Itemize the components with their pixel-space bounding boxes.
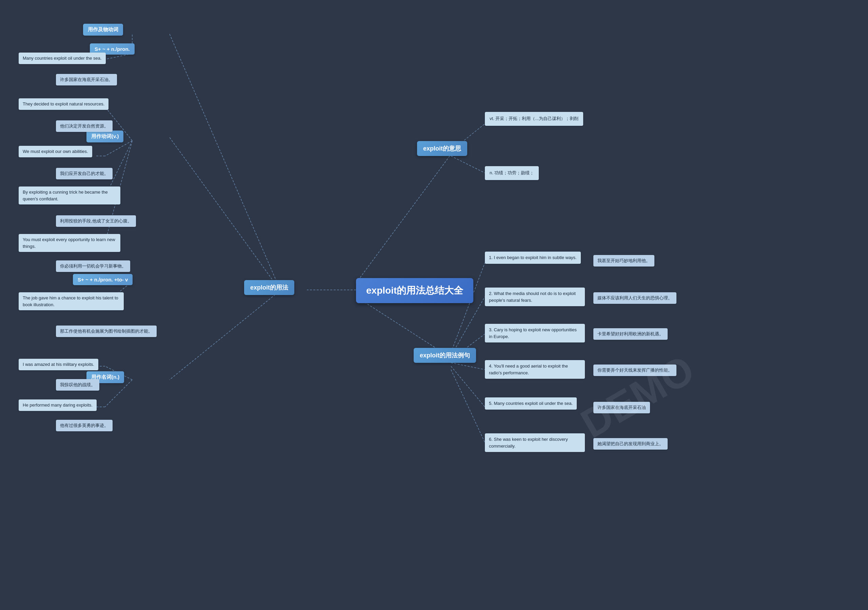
example-e5: 5. Many countries exploit oil under the … [485, 397, 577, 410]
example-e6: 6. She was keen to exploit her discovery… [485, 433, 585, 452]
svg-line-25 [451, 263, 485, 352]
svg-line-29 [451, 366, 485, 407]
content-c8-zh: 他有过很多英勇的事迹。 [56, 420, 113, 431]
content-c8-en: He performed many daring exploits. [19, 399, 97, 411]
example-e4: 4. You'll need a good aerial to exploit … [485, 360, 585, 379]
node-dongling: 用作动词(v.) [87, 130, 123, 143]
svg-line-26 [451, 297, 485, 356]
content-c4-en: By exploiting a cunning trick he became … [19, 186, 120, 205]
content-c6-zh: 那工作使他有机会施展为图书绘制插图的才能。 [56, 326, 157, 337]
central-node: exploit的用法总结大全 [356, 278, 473, 303]
content-c3-zh: 我们应开发自己的才能。 [56, 168, 113, 179]
content-c5-en: You must exploit every opportunity to le… [19, 234, 120, 252]
content-c7-en: I was amazed at his military exploits. [19, 359, 98, 370]
svg-line-30 [451, 369, 485, 442]
mind-map: exploit的用法总结大全 exploit的用法 exploit的意思 exp… [0, 0, 868, 610]
example-e4-zh: 你需要弄个好天线来发挥广播的性能。 [594, 365, 676, 376]
svg-line-4 [169, 137, 278, 287]
content-c6-en: The job gave him a chance to exploit his… [19, 292, 124, 310]
svg-line-5 [169, 292, 278, 380]
node-jiegou2: S+ ~ + n./pron. +to- v [73, 274, 133, 285]
node-jidong: 用作及物动词 [83, 24, 123, 36]
content-c1-en: Many countries exploit oil under the sea… [19, 53, 106, 64]
content-c2-en: They decided to exploit natural resource… [19, 98, 108, 110]
meaning-vt: vt. 开采；开拓；利用（...为自己谋利）；剥削 [485, 112, 583, 126]
content-c7-zh: 我惊叹他的战绩。 [56, 379, 99, 391]
svg-line-11 [105, 141, 132, 156]
example-e6-zh: 她渴望把自己的发现用到商业上。 [594, 438, 668, 450]
svg-line-28 [451, 363, 485, 369]
node-liju: exploit的用法例句 [414, 348, 476, 363]
example-e3-zh: 卡里希望好好利用欧洲的新机遇。 [594, 328, 668, 340]
example-e2: 2. What the media should not do is to ex… [485, 287, 585, 306]
svg-line-21 [105, 380, 132, 407]
meaning-n: n. 功绩；功劳；勋绩； [485, 166, 539, 180]
content-c1-zh: 许多国家在海底开采石油。 [56, 74, 117, 85]
example-e2-zh: 媒体不应该利用人们天生的恐惧心理。 [594, 292, 676, 304]
connection-lines [0, 0, 868, 610]
example-e3: 3. Cary is hoping to exploit new opportu… [485, 324, 585, 343]
example-e1: 1. I even began to exploit him in subtle… [485, 251, 581, 264]
node-yongfa: exploit的用法 [244, 280, 294, 295]
node-yisi: exploit的意思 [417, 141, 467, 156]
content-c2-zh: 他们决定开发自然资源。 [56, 120, 113, 132]
svg-line-24 [451, 156, 485, 173]
svg-line-3 [169, 34, 278, 285]
svg-line-1 [356, 154, 451, 283]
content-c4-zh: 利用投狡的手段,他成了女王的心腹。 [56, 215, 136, 227]
example-e5-zh: 许多国家在海底开采石油 [594, 402, 650, 413]
content-c5-zh: 你必须利用一切机会学习新事物。 [56, 261, 130, 272]
watermark: DEMO [573, 346, 702, 447]
content-c3-en: We must exploit our own abilities. [19, 146, 92, 157]
example-e1-zh: 我甚至开始巧妙地利用他。 [594, 255, 654, 267]
